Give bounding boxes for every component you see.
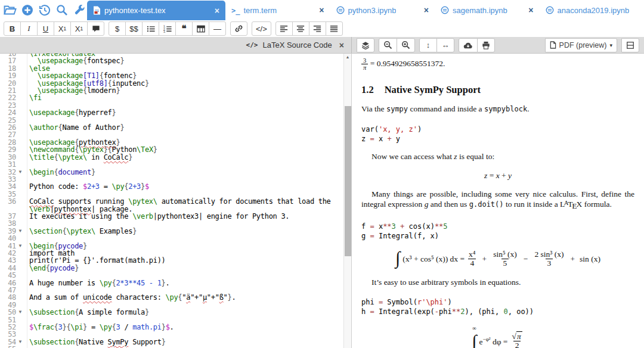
source-panel-header: </> LaTeX Source Code × <box>0 37 352 53</box>
code-text: \end{pycode} <box>29 265 343 272</box>
numbered-list-button[interactable]: 1.2.3. <box>159 21 176 36</box>
line-number: 24 <box>0 109 18 116</box>
fold-gutter <box>18 198 26 213</box>
fit-height-button[interactable]: ↕ <box>419 38 437 52</box>
file-tab-anaconda2019.ipynb[interactable]: anaconda2019.ipynb <box>540 0 644 20</box>
code-text: \section{\pytex\ Examples} <box>29 228 343 235</box>
underline-button[interactable]: U <box>37 21 54 36</box>
close-tab-icon[interactable]: × <box>319 5 324 15</box>
link-button[interactable] <box>230 21 247 36</box>
code-text: A huge number is \py{2*3**45 - 1}. <box>29 279 343 287</box>
code-text: \usepackage{lmodern} <box>29 87 343 94</box>
file-tab-pythontex-test.tex[interactable]: pythontex-test.tex× <box>87 1 225 20</box>
scrollbar-up-icon[interactable]: ▲ <box>344 55 351 59</box>
close-tab-icon[interactable]: × <box>424 5 429 15</box>
pdf-display-math: ∫(x³ + cos⁵ (x)) dx = x⁴4+sin⁵ (x)5−2 si… <box>361 250 634 268</box>
pdf-display-math: ∞∫0e−φ² dφ = √π2 <box>361 326 634 348</box>
new-file-button[interactable] <box>21 4 34 17</box>
fold-toggle-icon[interactable]: ▼ <box>18 243 26 250</box>
code-line[interactable]: 44\end{pycode} <box>0 265 343 272</box>
fold-toggle-icon[interactable]: ▼ <box>18 338 26 346</box>
align-justify-button[interactable] <box>326 21 343 36</box>
editor-gutter: 48 <box>0 294 27 301</box>
comment-button[interactable] <box>87 21 104 36</box>
code-line[interactable]: 34Python code: $2+3 = \py{2+3}$ <box>0 183 343 190</box>
file-tab-python3.ipynb[interactable]: python3.ipynb× <box>330 0 435 20</box>
pdf-mode-dropdown[interactable]: PDF (preview) ▾ <box>545 38 617 52</box>
inline-math-button[interactable]: $ <box>109 21 126 36</box>
close-tab-icon[interactable]: × <box>528 5 533 15</box>
editor-gutter: 55 <box>0 346 27 348</box>
editor-scrollbar[interactable]: ▲ <box>343 54 351 348</box>
search-button[interactable] <box>55 4 69 17</box>
code-button[interactable]: </> <box>252 21 271 36</box>
editor-lines[interactable]: 16\ifxetexorluatex17 \usepackage{fontspe… <box>0 54 343 348</box>
code-line[interactable]: 39▼\section{\pytex\ Examples} <box>0 228 343 235</box>
line-number: 55 <box>0 346 18 348</box>
editor-scrollbar-thumb[interactable] <box>345 106 351 256</box>
align-center-button[interactable] <box>292 21 309 36</box>
code-line[interactable]: 54▼\subsection{Native SymPy Support} <box>0 338 343 346</box>
code-line[interactable]: 30\title{\pytex\ in CoCalc} <box>0 154 343 161</box>
editor-gutter: 29 <box>0 146 27 153</box>
code-line[interactable]: 24\usepackage{hyperref} <box>0 109 343 116</box>
code-line[interactable]: 21 \usepackage{lmodern} <box>0 87 343 94</box>
code-line[interactable]: 22\fi <box>0 94 343 101</box>
layers-button[interactable] <box>357 38 374 52</box>
code-text: And a sum of unicode characters: \py{"ä"… <box>29 294 343 301</box>
code-line[interactable]: 46A huge number is \py{2*3**45 - 1}. <box>0 279 343 287</box>
fold-toggle-icon[interactable]: ▼ <box>18 228 26 235</box>
split-view-button[interactable] <box>621 38 639 52</box>
line-number: 38 <box>0 220 18 227</box>
search-icon <box>56 4 68 16</box>
print-button[interactable] <box>477 38 495 52</box>
fold-toggle-icon[interactable]: ▼ <box>18 169 26 176</box>
code-line[interactable]: 37It executes it using the \verb|pythont… <box>0 213 343 220</box>
table-button[interactable] <box>192 21 209 36</box>
code-line[interactable]: 52$\frac{3}{\pi} = \py{3 / math.pi}$. <box>0 324 343 331</box>
cocalc-window: pythontex-test.tex×>_term.term×python3.i… <box>0 0 644 348</box>
zoom-out-button[interactable] <box>379 38 397 52</box>
code-line[interactable]: 26\author{Name of Author} <box>0 124 343 131</box>
editor-gutter: 24 <box>0 109 27 116</box>
line-number: 43 <box>0 257 18 264</box>
fit-width-button[interactable]: ↔ <box>436 38 454 52</box>
file-tab-sagemath.ipynb[interactable]: sagemath.ipynb× <box>435 0 540 20</box>
blockquote-button[interactable]: ❝ <box>175 21 193 36</box>
italic-button[interactable]: I <box>20 21 38 36</box>
close-tab-icon[interactable]: × <box>215 6 219 15</box>
download-button[interactable] <box>459 38 478 52</box>
align-left-button[interactable] <box>275 21 293 36</box>
file-tab-bar: pythontex-test.tex×>_term.term×python3.i… <box>0 0 644 20</box>
align-center-icon <box>296 25 305 33</box>
wrench-button[interactable] <box>73 4 86 17</box>
code-line[interactable]: 50▼\subsection{A simple formula} <box>0 309 343 316</box>
code-line[interactable]: 17 \usepackage{fontspec} <box>0 57 343 64</box>
subscript-button[interactable]: X1 <box>54 21 71 36</box>
bullet-list-button[interactable] <box>142 21 159 36</box>
open-folder-button[interactable] <box>4 4 17 17</box>
zoom-in-button[interactable] <box>397 38 415 52</box>
file-tab-term.term[interactable]: >_term.term× <box>225 0 330 20</box>
code-line[interactable]: 36CoCalc supports running \pytex\ automa… <box>0 198 343 213</box>
fold-gutter <box>18 287 26 294</box>
close-source-panel-button[interactable]: × <box>339 41 344 50</box>
code-line[interactable]: 55 <box>0 346 343 348</box>
editor-gutter: 22 <box>0 94 27 101</box>
display-math-button[interactable]: $$ <box>125 21 143 36</box>
fold-toggle-icon[interactable]: ▼ <box>18 309 26 316</box>
superscript-button[interactable]: X1 <box>70 21 88 36</box>
horizontal-rule-button[interactable]: — <box>209 21 226 36</box>
fold-gutter <box>18 94 26 101</box>
link-icon <box>234 24 243 33</box>
pdf-preview: 3π = 0.954929658551372.1.2Native SymPy S… <box>352 54 644 348</box>
latex-editor[interactable]: 16\ifxetexorluatex17 \usepackage{fontspe… <box>0 54 352 348</box>
align-right-button[interactable] <box>309 21 326 36</box>
code-text: \subsection{A simple formula} <box>29 309 343 316</box>
open-folder-icon <box>4 4 17 16</box>
history-button[interactable] <box>38 4 51 17</box>
code-line[interactable]: 48And a sum of unicode characters: \py{"… <box>0 294 343 301</box>
bold-button[interactable]: B <box>4 21 21 36</box>
code-line[interactable]: 32▼\begin{document} <box>0 169 343 176</box>
code-text: \title{\pytex\ in CoCalc} <box>29 154 343 161</box>
